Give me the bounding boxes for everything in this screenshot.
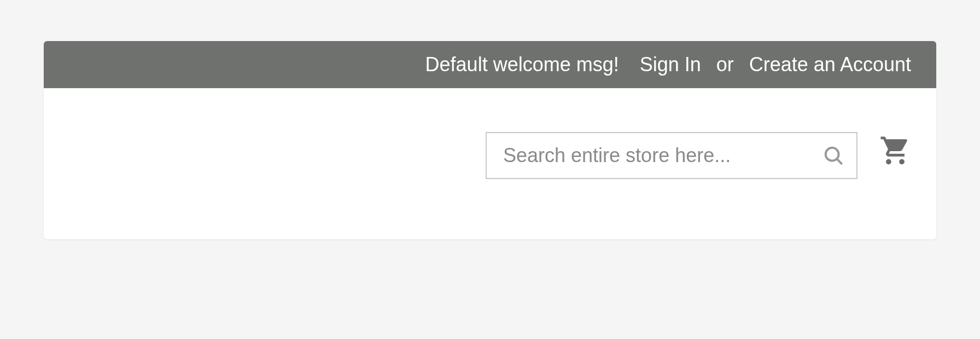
search-input[interactable] — [486, 132, 858, 179]
search-icon[interactable] — [822, 145, 844, 166]
create-account-link[interactable]: Create an Account — [749, 53, 911, 76]
search-wrapper — [486, 132, 858, 179]
top-bar: Default welcome msg! Sign In or Create a… — [44, 41, 936, 88]
cart-icon — [879, 135, 911, 169]
separator-text: or — [716, 53, 734, 76]
page-header: Default welcome msg! Sign In or Create a… — [44, 41, 936, 239]
sign-in-link[interactable]: Sign In — [640, 53, 701, 76]
svg-point-0 — [826, 148, 839, 161]
cart-button[interactable] — [879, 135, 911, 169]
svg-line-1 — [837, 159, 842, 164]
header-main — [44, 88, 936, 239]
welcome-message: Default welcome msg! — [425, 53, 619, 76]
